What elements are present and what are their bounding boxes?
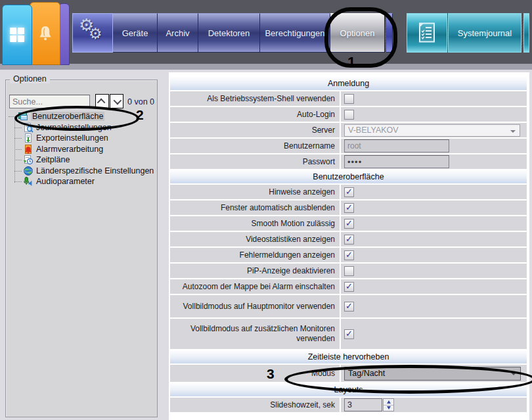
settings-row: Auto-Login [170, 107, 527, 122]
setting-checkbox[interactable] [344, 250, 354, 260]
settings-gears-button[interactable]: ⚙⚙ [72, 13, 113, 53]
gears-icon: ⚙⚙ [78, 18, 108, 48]
sidebar-item-zeitplaene[interactable]: Zeitpläne [7, 154, 155, 166]
spinner-up-button[interactable] [384, 399, 393, 406]
chevron-up-icon [97, 98, 106, 106]
section-header-layouts: Layouts [170, 383, 527, 396]
spinner-up-icon [387, 400, 391, 404]
sidebar-item-laenderspezifische-einstellungen[interactable]: Länderspezifische Einstellungen [7, 166, 155, 177]
modus-select[interactable]: Tag/Nacht [344, 367, 521, 381]
dropdown-arrow-icon [510, 130, 516, 133]
row-label: Autozoom der Mappe bei Alarm einschalten [170, 279, 341, 294]
journal-bar: Systemjournal [407, 13, 529, 53]
sidebar-item-benutzeroberflaeche[interactable]: Benutzeroberfläche [7, 111, 155, 122]
setting-checkbox[interactable] [344, 219, 354, 229]
row-label: Fehlermeldungen anzeigen [170, 248, 341, 262]
server-select[interactable]: V-BELYAKOV [344, 124, 520, 137]
sidebar-item-journaleinstellungen[interactable]: Journaleinstellungen [7, 122, 155, 133]
sidebar-item-alarmverarbeitung[interactable]: Alarmverarbeitung [7, 144, 155, 155]
toolbar-edge-decoration [386, 13, 393, 53]
ui-settings-rows: Hinweise anzeigen Fenster automatisch au… [170, 185, 527, 349]
row-label: Smooth Motion zulässig [170, 216, 341, 231]
toolbar-button-berechtigungen[interactable]: Berechtigungen [260, 13, 330, 53]
row-label: Server [170, 123, 341, 137]
setting-checkbox[interactable] [344, 302, 354, 312]
tree-item-label: Alarmverarbeitung [36, 145, 103, 154]
setting-checkbox[interactable] [344, 282, 354, 292]
toolbar-button-geraete[interactable]: Geräte [113, 13, 158, 53]
password-field[interactable] [344, 155, 449, 168]
tree-item-label: Länderspezifische Einstellungen [36, 166, 154, 175]
dropdown-arrow-icon [511, 373, 516, 375]
tab-apps[interactable] [2, 5, 32, 65]
alarm-icon [23, 144, 33, 154]
settings-row: Passwort [170, 154, 527, 169]
row-label: Fenster automatisch ausblenden [170, 200, 341, 215]
toolbar-button-detektoren[interactable]: Detektoren [198, 13, 260, 53]
settings-row: PiP-Anzeige deaktivieren [170, 264, 527, 278]
systemjournal-icon-button[interactable] [407, 13, 447, 53]
sidebar-item-exporteinstellungen[interactable]: Exporteinstellungen [7, 133, 155, 144]
globe-icon [23, 166, 33, 176]
spinner-down-button[interactable] [384, 406, 393, 411]
settings-row: Fehlermeldungen anzeigen [170, 248, 527, 262]
settings-sheet: Anmeldung Als Betriebssystem-Shell verwe… [169, 72, 529, 420]
row-label: Hinweise anzeigen [170, 185, 341, 199]
setting-checkbox[interactable] [344, 329, 354, 339]
settings-row-slideshow: Slideshowzeit, sek [170, 398, 527, 412]
slideshow-spinner [344, 398, 394, 411]
sidebar-item-audioparameter[interactable]: Audioparameter [7, 176, 155, 187]
modus-select-value: Tag/Nacht [348, 369, 385, 378]
tree-item-label: Audioparameter [36, 177, 95, 186]
journal-icon [416, 21, 437, 45]
audio-icon [23, 176, 33, 187]
bell-icon [37, 24, 54, 43]
row-label: Videostatistiken anzeigen [170, 232, 341, 246]
options-group-title: Optionen [10, 74, 50, 83]
row-label: Benutzername [170, 139, 341, 153]
search-next-button[interactable] [110, 94, 123, 108]
tree-item-label: Zeitpläne [36, 155, 70, 164]
tree-item-label: Benutzeroberfläche [31, 112, 104, 121]
spinner-down-icon [387, 406, 391, 409]
search-prev-button[interactable] [95, 94, 109, 108]
window-icon [18, 111, 28, 122]
search-result-count: 0 von 0 [127, 97, 154, 106]
settings-row: Benutzername [170, 139, 527, 153]
top-band-edge [0, 64, 532, 70]
setting-checkbox[interactable] [344, 203, 354, 213]
toolbar-button-archiv[interactable]: Archiv [158, 13, 198, 53]
autologin-checkbox[interactable] [344, 110, 354, 120]
toolbar-button-optionen-active[interactable]: Optionen [330, 13, 385, 53]
journal-settings-icon [23, 122, 33, 133]
setting-checkbox[interactable] [344, 266, 354, 276]
section-header-zeitleiste: Zeitleiste hervorheben [170, 350, 527, 363]
slideshow-time-input[interactable] [344, 398, 382, 411]
schedule-icon [23, 154, 33, 165]
row-label: Passwort [170, 154, 341, 169]
settings-row: Hinweise anzeigen [170, 185, 527, 199]
settings-row: Smooth Motion zulässig [170, 216, 527, 231]
annotation-number-1: 1 [347, 54, 355, 71]
tab-alarm[interactable] [30, 2, 60, 65]
settings-row: Als Betriebssystem-Shell verwenden [170, 91, 527, 106]
shell-checkbox[interactable] [344, 94, 354, 104]
settings-row: Server V-BELYAKOV [170, 123, 527, 137]
search-input[interactable] [9, 95, 90, 108]
section-header-benutzeroberflaeche: Benutzeroberfläche [170, 170, 527, 183]
setting-checkbox[interactable] [344, 187, 354, 197]
systemjournal-button[interactable]: Systemjournal [448, 13, 521, 53]
row-label: Modus [170, 365, 341, 382]
row-label: Als Betriebssystem-Shell verwenden [170, 91, 341, 106]
journal-edge-decoration [523, 13, 529, 53]
settings-row: Videostatistiken anzeigen [170, 232, 527, 246]
section-header-anmeldung: Anmeldung [170, 77, 527, 90]
settings-row: Fenster automatisch ausblenden [170, 200, 527, 215]
username-field[interactable] [344, 139, 449, 152]
settings-row: Vollbildmodus auf zusätzlichen Monitoren… [170, 319, 527, 349]
setting-checkbox[interactable] [344, 235, 354, 245]
annotation-number-2: 2 [136, 107, 144, 123]
row-label: Auto-Login [170, 107, 341, 122]
tree-item-label: Journaleinstellungen [36, 123, 112, 132]
row-label: Vollbildmodus auf Hauptmonitor verwenden [170, 295, 341, 317]
